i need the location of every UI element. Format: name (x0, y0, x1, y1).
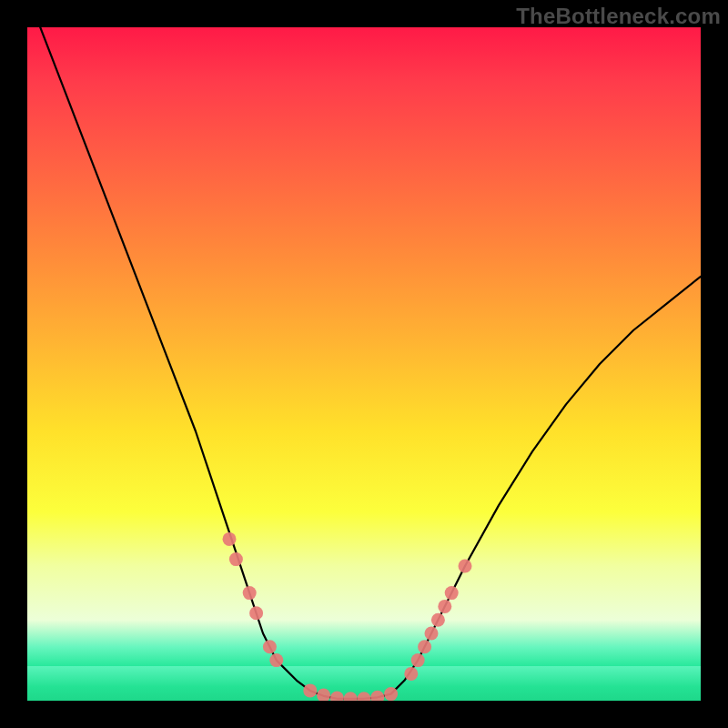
data-point-marker (425, 627, 439, 641)
data-point-marker (269, 653, 283, 667)
watermark-text: TheBottleneck.com (516, 4, 721, 29)
data-point-marker (411, 653, 425, 667)
data-point-marker (438, 600, 451, 613)
data-point-marker (358, 692, 371, 701)
data-point-marker (263, 640, 277, 653)
data-point-marker (344, 692, 358, 701)
chart-frame: TheBottleneck.com (0, 0, 728, 728)
data-point-marker (317, 689, 330, 701)
data-point-marker (249, 606, 263, 620)
bottleneck-curve (27, 27, 701, 699)
data-point-marker (229, 552, 243, 566)
plot-area (27, 27, 701, 701)
data-point-marker (431, 613, 445, 627)
data-point-marker (223, 532, 237, 546)
data-point-marker (243, 586, 257, 600)
data-point-marker (370, 691, 384, 701)
bottleneck-curve-layer (27, 27, 701, 701)
data-point-marker (303, 683, 317, 697)
data-point-marker (404, 667, 418, 681)
data-point-marker (418, 640, 431, 653)
data-point-marker (459, 560, 472, 573)
data-point-marker (384, 687, 398, 701)
data-point-marker (330, 692, 344, 701)
data-point-marker (445, 586, 459, 600)
